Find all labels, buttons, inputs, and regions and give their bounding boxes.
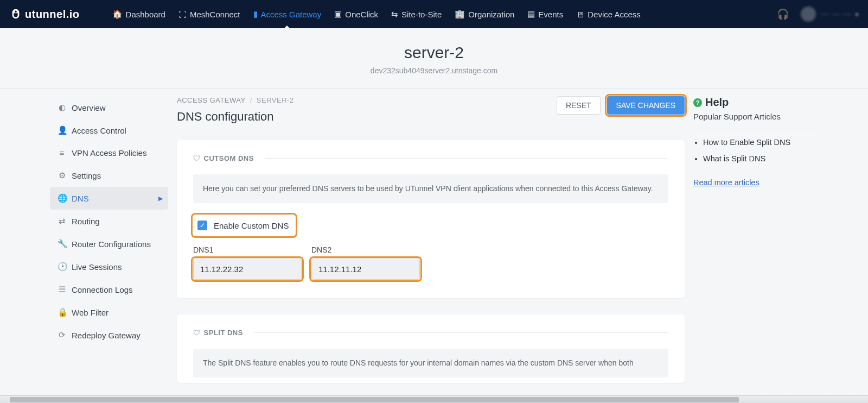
server-title: server-2	[0, 43, 868, 62]
help-article-0[interactable]: How to Enable Split DNS	[703, 138, 818, 147]
page-header: server-2 dev232sub4049server2.utnstage.c…	[0, 28, 868, 89]
read-more-link[interactable]: Read more articles	[693, 178, 760, 187]
sidebar-item-connection-logs[interactable]: ☰Connection Logs	[50, 278, 168, 301]
lock-icon: 🔒	[58, 307, 66, 317]
page-section-title: DNS configuration	[177, 110, 294, 124]
caret-down-icon: ▾	[856, 11, 858, 17]
help-subtitle: Popular Support Articles	[693, 112, 818, 129]
user-name-blurred: — — —	[820, 9, 851, 19]
nav-organization[interactable]: 🏢Organization	[455, 0, 514, 28]
breadcrumb-separator: /	[250, 96, 252, 104]
s2s-icon: ⇆	[391, 9, 398, 19]
list-icon: ≡	[58, 148, 66, 158]
nav-meshconnect[interactable]: ⛶MeshConnect	[178, 0, 240, 28]
sidebar-item-access-control[interactable]: 👤Access Control	[50, 119, 168, 142]
enable-custom-dns-row[interactable]: ✓ Enable Custom DNS	[193, 215, 295, 236]
nav-dashboard[interactable]: 🏠Dashboard	[112, 0, 165, 28]
sidebar-item-vpn-policies[interactable]: ≡VPN Access Policies	[50, 142, 168, 164]
custom-dns-heading: CUTSOM DNS	[204, 154, 254, 162]
avatar	[801, 7, 816, 22]
breadcrumb-current: SERVER-2	[257, 96, 294, 104]
sidebar: ◐Overview 👤Access Control ≡VPN Access Po…	[50, 89, 168, 383]
horizontal-scrollbar[interactable]	[0, 395, 868, 403]
events-icon: ▤	[527, 9, 535, 19]
split-dns-heading: SPLIT DNS	[204, 329, 243, 337]
server-hostname: dev232sub4049server2.utnstage.com	[0, 66, 868, 75]
nav-site-to-site[interactable]: ⇆Site-to-Site	[391, 0, 442, 28]
nav-right: 🎧 — — — ▾	[777, 7, 858, 22]
logo-icon	[10, 8, 22, 20]
split-dns-info: The Split DNS feature enables you to rou…	[193, 349, 668, 377]
content: ACCESS GATEWAY / SERVER-2 DNS configurat…	[177, 89, 685, 383]
oneclick-icon: ▣	[334, 9, 342, 19]
wrench-icon: 🔧	[58, 239, 66, 249]
nav-events[interactable]: ▤Events	[527, 0, 563, 28]
brand-logo[interactable]: utunnel.io	[10, 8, 80, 21]
dns2-input[interactable]	[311, 259, 420, 280]
routing-icon: ⇄	[58, 216, 66, 226]
enable-custom-dns-checkbox[interactable]: ✓	[197, 221, 207, 230]
breadcrumb-root[interactable]: ACCESS GATEWAY	[177, 96, 246, 104]
clock2-icon: 🕑	[58, 262, 66, 272]
clock-icon: ◐	[58, 103, 66, 112]
dns1-input[interactable]	[193, 259, 302, 280]
chevron-right-icon: ▶	[158, 195, 163, 202]
help-article-1[interactable]: What is Split DNS	[703, 154, 818, 163]
redeploy-icon: ⟳	[58, 330, 66, 340]
split-dns-card: 🛡SPLIT DNS The Split DNS feature enables…	[177, 314, 685, 383]
help-panel: ?Help Popular Support Articles How to En…	[693, 89, 818, 383]
shield-icon-2: 🛡	[193, 329, 201, 337]
nav-device-access[interactable]: 🖥Device Access	[576, 0, 641, 28]
custom-dns-card: 🛡CUTSOM DNS Here you can set your prefer…	[177, 140, 685, 298]
sidebar-item-settings[interactable]: ⚙Settings	[50, 164, 168, 187]
enable-custom-dns-label: Enable Custom DNS	[214, 221, 289, 230]
mesh-icon: ⛶	[178, 10, 187, 19]
user-icon: 👤	[58, 125, 66, 135]
user-menu[interactable]: — — — ▾	[801, 7, 858, 22]
gear-icon: ⚙	[58, 171, 66, 180]
dns2-label: DNS2	[311, 245, 420, 254]
nav-access-gateway[interactable]: ▮Access Gateway	[253, 0, 322, 28]
home-icon: 🏠	[112, 9, 123, 19]
log-icon: ☰	[58, 285, 66, 294]
scrollbar-thumb[interactable]	[10, 397, 739, 402]
brand-text: utunnel.io	[25, 8, 80, 21]
breadcrumb: ACCESS GATEWAY / SERVER-2	[177, 96, 294, 104]
device-icon: 🖥	[576, 10, 584, 19]
dns1-label: DNS1	[193, 245, 302, 254]
sidebar-item-live-sessions[interactable]: 🕑Live Sessions	[50, 255, 168, 278]
org-icon: 🏢	[455, 9, 465, 19]
nav-items: 🏠Dashboard ⛶MeshConnect ▮Access Gateway …	[112, 0, 641, 28]
globe-icon: 🌐	[58, 193, 66, 203]
sidebar-item-web-filter[interactable]: 🔒Web Filter	[50, 301, 168, 324]
sidebar-item-redeploy[interactable]: ⟳Redeploy Gateway	[50, 324, 168, 347]
save-changes-button[interactable]: SAVE CHANGES	[607, 96, 685, 115]
help-title: Help	[705, 96, 729, 109]
shield-icon: 🛡	[193, 154, 201, 162]
top-nav: utunnel.io 🏠Dashboard ⛶MeshConnect ▮Acce…	[0, 0, 868, 28]
gateway-icon: ▮	[253, 9, 258, 19]
sidebar-item-overview[interactable]: ◐Overview	[50, 96, 168, 119]
sidebar-item-routing[interactable]: ⇄Routing	[50, 210, 168, 232]
nav-oneclick[interactable]: ▣OneClick	[334, 0, 378, 28]
support-icon[interactable]: 🎧	[777, 8, 789, 20]
reset-button[interactable]: RESET	[557, 96, 601, 115]
custom-dns-info: Here you can set your preferred DNS serv…	[193, 174, 668, 203]
sidebar-item-dns[interactable]: 🌐DNS▶	[50, 187, 168, 210]
help-icon: ?	[693, 98, 702, 107]
sidebar-item-router-config[interactable]: 🔧Router Configurations	[50, 232, 168, 255]
